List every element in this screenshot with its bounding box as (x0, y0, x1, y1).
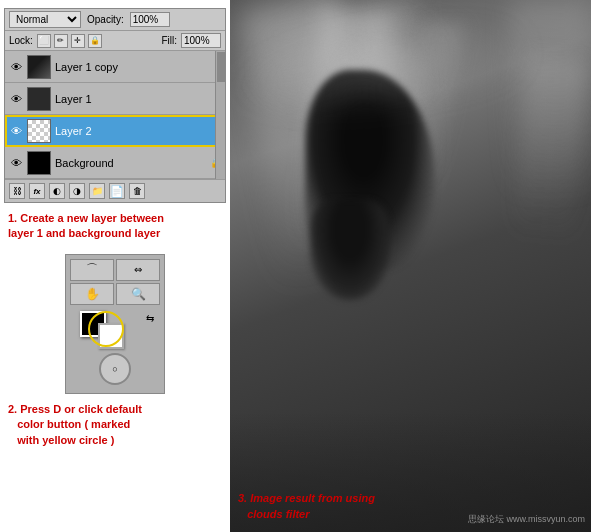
zoom-tool-icon[interactable]: 🔍 (116, 283, 160, 305)
measure-tool-icon[interactable]: ⇔ (116, 259, 160, 281)
visibility-eye-icon[interactable]: 👁 (9, 60, 23, 74)
visibility-eye-icon[interactable]: 👁 (9, 156, 23, 170)
layers-content: 👁 Layer 1 copy 👁 Layer 1 👁 Layer 2 (5, 51, 225, 179)
layers-scrollbar[interactable] (215, 51, 225, 179)
layers-panel: Normal Opacity: Lock: ⬜ ✏ ✛ 🔒 Fill: 👁 (4, 8, 226, 203)
layer-name: Layer 2 (55, 125, 221, 137)
layer-row[interactable]: 👁 Layer 1 (5, 83, 225, 115)
layer-name: Layer 1 (55, 93, 221, 105)
tools-panel: ⌒ ⇔ ✋ 🔍 ⇆ ○ (65, 254, 165, 394)
lasso-tool-icon[interactable]: ⌒ (70, 259, 114, 281)
annotation-step3: 3. Image result from using clouds filter (238, 491, 375, 522)
tools-area: ⌒ ⇔ ✋ 🔍 ⇆ ○ (0, 254, 230, 394)
blend-mode-select[interactable]: Normal (9, 11, 81, 28)
hand-tool-icon[interactable]: ✋ (70, 283, 114, 305)
fx-icon[interactable]: fx (29, 183, 45, 199)
lock-icons: ⬜ ✏ ✛ 🔒 (37, 34, 102, 48)
layers-list: 👁 Layer 1 copy 👁 Layer 1 👁 Layer 2 (5, 51, 225, 179)
lock-paint-icon[interactable]: ✏ (54, 34, 68, 48)
lock-transparency-icon[interactable]: ⬜ (37, 34, 51, 48)
layer-thumbnail (27, 119, 51, 143)
opacity-label: Opacity: (87, 14, 124, 25)
annotation-step1: 1. Create a new layer betweenlayer 1 and… (0, 207, 230, 246)
portrait-neck-shadow (310, 200, 390, 300)
layers-top-bar: Normal Opacity: (5, 9, 225, 31)
link-layers-icon[interactable]: ⛓ (9, 183, 25, 199)
layer-row[interactable]: 👁 Layer 1 copy (5, 51, 225, 83)
watermark: 思缘论坛 www.missvyun.com (468, 513, 585, 526)
fill-label: Fill: (161, 35, 177, 46)
annotation-step2: 2. Press D or click default color button… (0, 398, 230, 452)
layer-row-active[interactable]: 👁 Layer 2 (5, 115, 225, 147)
swap-colors-icon[interactable]: ⇆ (146, 313, 154, 324)
lock-move-icon[interactable]: ✛ (71, 34, 85, 48)
layer-thumbnail (27, 151, 51, 175)
annotation-step1-text: 1. Create a new layer betweenlayer 1 and… (8, 212, 164, 239)
layer-thumbnail (27, 55, 51, 79)
delete-layer-icon[interactable]: 🗑 (129, 183, 145, 199)
layer-name: Background (55, 157, 206, 169)
fill-input[interactable] (181, 33, 221, 48)
smoke-image-panel: 3. Image result from using clouds filter… (230, 0, 591, 532)
scrollbar-thumb (217, 52, 225, 82)
lock-label: Lock: (9, 35, 33, 46)
visibility-eye-icon[interactable]: 👁 (9, 92, 23, 106)
opacity-input[interactable] (130, 12, 170, 27)
layers-second-bar: Lock: ⬜ ✏ ✛ 🔒 Fill: (5, 31, 225, 51)
layer-name: Layer 1 copy (55, 61, 221, 73)
lock-all-icon[interactable]: 🔒 (88, 34, 102, 48)
mask-icon[interactable]: ◐ (49, 183, 65, 199)
layer-thumbnail (27, 87, 51, 111)
new-group-icon[interactable]: 📁 (89, 183, 105, 199)
adjustment-icon[interactable]: ◑ (69, 183, 85, 199)
layer-row[interactable]: 👁 Background 🔒 (5, 147, 225, 179)
visibility-eye-icon[interactable]: 👁 (9, 124, 23, 138)
left-panel: Normal Opacity: Lock: ⬜ ✏ ✛ 🔒 Fill: 👁 (0, 0, 230, 532)
new-layer-icon[interactable]: 📄 (109, 183, 125, 199)
ellipse-select-tool-icon[interactable]: ○ (99, 353, 131, 385)
layers-bottom-bar: ⛓ fx ◐ ◑ 📁 📄 🗑 (5, 179, 225, 202)
yellow-circle-marker (88, 311, 124, 347)
